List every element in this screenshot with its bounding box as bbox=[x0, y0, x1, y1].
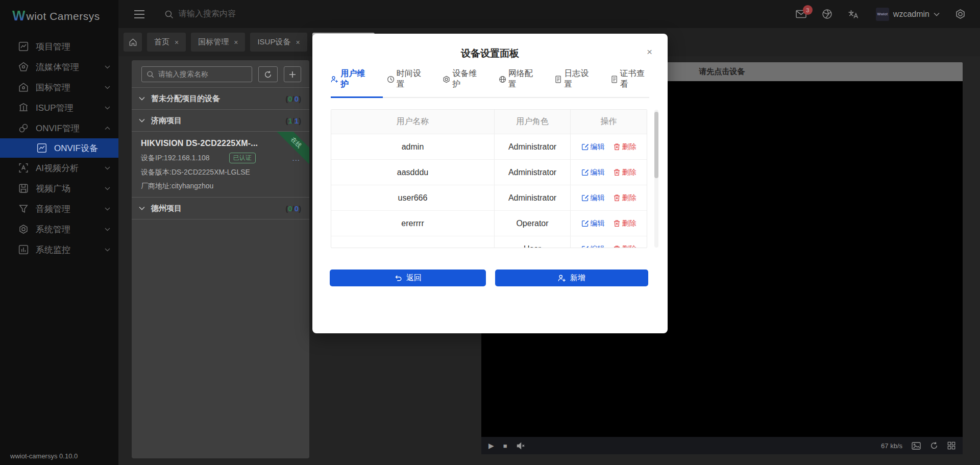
edit-icon bbox=[581, 168, 589, 176]
user-add-icon bbox=[558, 274, 566, 282]
cell-username: ererrrr bbox=[331, 211, 495, 236]
tab-network-config[interactable]: 网络配置 bbox=[499, 68, 538, 97]
tab-label: 用户维护 bbox=[340, 68, 370, 90]
back-button-label: 返回 bbox=[406, 273, 422, 283]
modal-title: 设备设置面板 bbox=[312, 34, 668, 60]
edit-link[interactable]: 编辑 bbox=[581, 219, 605, 228]
gear-icon bbox=[443, 75, 450, 84]
tab-time-settings[interactable]: 时间设置 bbox=[387, 68, 426, 97]
cell-role: Administrator bbox=[495, 160, 571, 185]
edit-icon bbox=[581, 143, 589, 151]
cell-actions: 编辑 删除 bbox=[571, 236, 647, 248]
col-header-role: 用户角色 bbox=[495, 110, 571, 134]
tab-label: 日志设置 bbox=[564, 68, 593, 90]
cell-role: Administrator bbox=[495, 134, 571, 160]
tab-certificate-view[interactable]: 证书查看 bbox=[610, 68, 650, 97]
table-row: ererrrr Operator 编辑 删除 bbox=[331, 211, 647, 236]
cell-role: Operator bbox=[495, 211, 571, 236]
table-row: aasdddu Administrator 编辑 删除 bbox=[331, 160, 647, 185]
user-table-wrap: 用户名称 用户角色 操作 admin Administrator 编辑 删除 a bbox=[331, 109, 653, 248]
cell-actions: 编辑 删除 bbox=[571, 185, 647, 211]
delete-link[interactable]: 删除 bbox=[613, 244, 636, 249]
modal-layer: 设备设置面板 × 用户维护 时间设置 设备维护 网络配置 bbox=[0, 0, 980, 465]
scrollbar-thumb[interactable] bbox=[654, 112, 658, 178]
edit-link[interactable]: 编辑 bbox=[581, 193, 605, 203]
tab-label: 时间设置 bbox=[397, 68, 426, 90]
user-add-icon bbox=[331, 75, 338, 84]
col-header-actions: 操作 bbox=[571, 110, 647, 134]
modal-buttons: 返回 新增 bbox=[330, 270, 651, 286]
delete-link[interactable]: 删除 bbox=[613, 193, 636, 203]
cell-username: aasdddu bbox=[331, 160, 495, 185]
cell-actions: 编辑 删除 bbox=[571, 134, 647, 160]
close-icon[interactable]: × bbox=[647, 47, 652, 57]
cell-role: Administrator bbox=[495, 185, 571, 211]
col-header-username: 用户名称 bbox=[331, 110, 495, 134]
edit-link[interactable]: 编辑 bbox=[581, 142, 605, 152]
cell-username bbox=[331, 236, 495, 248]
edit-link[interactable]: 编辑 bbox=[581, 244, 605, 249]
tab-log-settings[interactable]: 日志设置 bbox=[554, 68, 594, 97]
app-root: W wiot Camersys 项目管理 流媒体管理 国标管理 ISUP管理 bbox=[0, 0, 980, 465]
cell-role: User bbox=[495, 236, 571, 248]
undo-icon bbox=[394, 274, 402, 282]
user-table: 用户名称 用户角色 操作 admin Administrator 编辑 删除 a bbox=[331, 109, 647, 248]
trash-icon bbox=[613, 194, 621, 202]
table-scrollbar bbox=[654, 110, 658, 248]
cell-actions: 编辑 删除 bbox=[571, 211, 647, 236]
tab-user-maintenance[interactable]: 用户维护 bbox=[331, 68, 370, 97]
delete-link[interactable]: 删除 bbox=[613, 142, 636, 152]
table-row: admin Administrator 编辑 删除 bbox=[331, 134, 647, 160]
modal-tabs: 用户维护 时间设置 设备维护 网络配置 日志设置 bbox=[331, 78, 649, 98]
tab-label: 网络配置 bbox=[508, 68, 537, 90]
edit-icon bbox=[581, 219, 589, 227]
trash-icon bbox=[613, 245, 621, 248]
clock-icon bbox=[387, 75, 395, 84]
edit-icon bbox=[581, 194, 589, 202]
cell-actions: 编辑 删除 bbox=[571, 160, 647, 185]
edit-icon bbox=[581, 245, 589, 248]
tab-device-maintenance[interactable]: 设备维护 bbox=[443, 68, 482, 97]
tab-label: 证书查看 bbox=[620, 68, 649, 90]
delete-link[interactable]: 删除 bbox=[613, 168, 636, 177]
delete-link[interactable]: 删除 bbox=[613, 219, 636, 228]
table-row: User 编辑 删除 bbox=[331, 236, 647, 248]
document-icon bbox=[554, 75, 562, 84]
active-tab-underline bbox=[331, 96, 383, 98]
cell-username: admin bbox=[331, 134, 495, 160]
trash-icon bbox=[613, 219, 621, 227]
trash-icon bbox=[613, 168, 621, 176]
back-button[interactable]: 返回 bbox=[330, 270, 486, 286]
table-header-row: 用户名称 用户角色 操作 bbox=[331, 110, 647, 134]
trash-icon bbox=[613, 143, 621, 151]
edit-link[interactable]: 编辑 bbox=[581, 168, 605, 177]
add-user-button[interactable]: 新增 bbox=[495, 270, 648, 286]
device-settings-modal: 设备设置面板 × 用户维护 时间设置 设备维护 网络配置 bbox=[312, 34, 668, 333]
tab-label: 设备维护 bbox=[452, 68, 481, 90]
add-button-label: 新增 bbox=[570, 273, 585, 283]
globe-icon bbox=[499, 75, 506, 84]
cell-username: user666 bbox=[331, 185, 495, 211]
table-row: user666 Administrator 编辑 删除 bbox=[331, 185, 647, 211]
certificate-icon bbox=[610, 75, 618, 84]
